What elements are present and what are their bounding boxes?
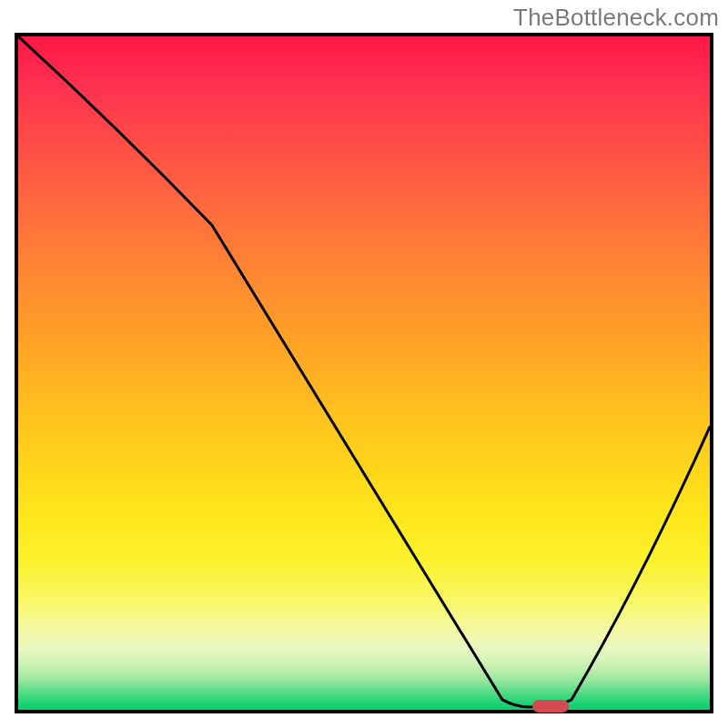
chart-container: TheBottleneck.com (0, 0, 728, 728)
plot-area (15, 33, 713, 713)
watermark-label: TheBottleneck.com (513, 4, 719, 32)
optimal-marker (532, 700, 569, 713)
bottleneck-curve (18, 36, 710, 710)
